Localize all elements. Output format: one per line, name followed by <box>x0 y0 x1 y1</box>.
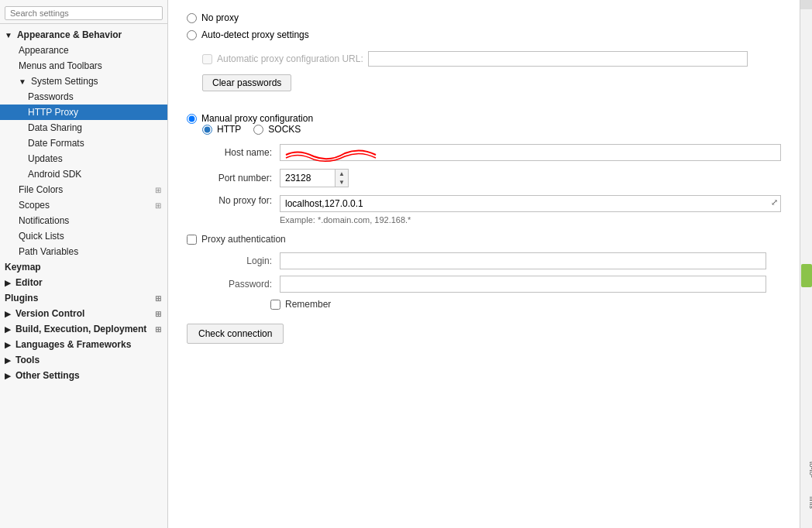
host-name-input-wrap <box>280 144 781 161</box>
check-connection-button[interactable]: Check connection <box>187 324 284 344</box>
chevron-right-icon: ▶ <box>5 279 11 287</box>
no-proxy-for-input[interactable] <box>280 195 781 212</box>
port-input[interactable] <box>280 170 335 186</box>
chevron-right-icon: ▶ <box>5 372 11 380</box>
auto-detect-row: Auto-detect proxy settings <box>187 29 781 40</box>
sidebar-item-file-colors[interactable]: File Colors ⊞ <box>0 182 167 197</box>
http-label[interactable]: HTTP <box>217 124 241 135</box>
chevron-down-icon: ▼ <box>19 77 26 86</box>
clear-passwords-wrap: Clear passwords <box>202 74 781 102</box>
sidebar-item-languages[interactable]: ▶ Languages & Frameworks <box>0 337 167 352</box>
host-name-input[interactable] <box>280 144 781 161</box>
sidebar-item-menus-toolbars[interactable]: Menus and Toolbars <box>0 58 167 74</box>
password-label: Password: <box>202 279 280 290</box>
search-input[interactable] <box>5 6 163 20</box>
proxy-options: No proxy Auto-detect proxy settings <box>187 12 781 40</box>
copy-icon: ⊞ <box>155 294 161 303</box>
auto-config-checkbox[interactable] <box>202 54 212 64</box>
port-input-wrap: ▲ ▼ <box>280 169 349 187</box>
search-bar <box>0 3 167 24</box>
no-proxy-for-label: No proxy for: <box>187 195 280 206</box>
proxy-auth-row: Proxy authentication <box>187 234 781 245</box>
copy-icon: ⊞ <box>155 201 161 210</box>
sidebar-item-appearance-behavior[interactable]: ▼ Appearance & Behavior <box>0 27 167 43</box>
port-spinner: ▲ ▼ <box>335 170 348 187</box>
password-input[interactable] <box>280 276 766 293</box>
copy-icon: ⊞ <box>155 325 161 334</box>
chevron-right-icon: ▶ <box>5 310 11 318</box>
sidebar-item-tools[interactable]: ▶ Tools <box>0 352 167 368</box>
http-protocol-row: HTTP <box>202 124 241 135</box>
chevron-down-icon: ▼ <box>5 31 12 39</box>
sidebar-item-plugins[interactable]: Plugins ⊞ <box>0 290 167 306</box>
sidebar-item-version-control[interactable]: ▶ Version Control ⊞ <box>0 306 167 321</box>
login-input[interactable] <box>280 252 766 269</box>
manual-proxy-label[interactable]: Manual proxy configuration <box>201 113 313 124</box>
sidebar-item-build-execution[interactable]: ▶ Build, Execution, Deployment ⊞ <box>0 321 167 337</box>
remember-checkbox[interactable] <box>270 300 280 310</box>
auto-detect-radio[interactable] <box>187 30 197 40</box>
host-name-row: Host name: <box>187 144 781 161</box>
chevron-right-icon: ▶ <box>5 341 11 349</box>
no-proxy-label[interactable]: No proxy <box>201 12 239 23</box>
auto-config-input[interactable] <box>368 51 748 67</box>
copy-icon: ⊞ <box>155 186 161 194</box>
sidebar-item-date-formats[interactable]: Date Formats <box>0 135 167 151</box>
clear-passwords-button[interactable]: Clear passwords <box>202 74 291 91</box>
sidebar-item-updates[interactable]: Updates <box>0 151 167 166</box>
right-panel: to-to- finis <box>800 0 812 528</box>
no-proxy-for-row: No proxy for: ⤢ <box>187 195 781 212</box>
auto-config-label: Automatic proxy configuration URL: <box>217 53 363 64</box>
proxy-auth-checkbox[interactable] <box>187 235 197 245</box>
port-number-label: Port number: <box>187 173 280 183</box>
proxy-auth-label[interactable]: Proxy authentication <box>201 234 286 245</box>
socks-radio[interactable] <box>253 125 263 135</box>
password-row: Password: <box>202 276 781 293</box>
scrollbar-thumb[interactable] <box>800 0 812 9</box>
sidebar-item-passwords[interactable]: Passwords <box>0 89 167 105</box>
no-proxy-row: No proxy <box>187 12 781 23</box>
no-proxy-radio[interactable] <box>187 13 197 23</box>
port-number-row: Port number: ▲ ▼ <box>187 169 781 187</box>
manual-proxy-radio[interactable] <box>187 114 197 124</box>
sidebar-item-keymap[interactable]: Keymap <box>0 259 167 275</box>
chevron-right-icon: ▶ <box>5 356 11 365</box>
sidebar-item-data-sharing[interactable]: Data Sharing <box>0 120 167 135</box>
port-increment-button[interactable]: ▲ <box>335 170 348 178</box>
socks-label[interactable]: SOCKS <box>268 124 301 135</box>
auto-detect-label[interactable]: Auto-detect proxy settings <box>201 29 309 40</box>
login-label: Login: <box>202 255 280 266</box>
sidebar-item-editor[interactable]: ▶ Editor <box>0 275 167 290</box>
auto-config-row: Automatic proxy configuration URL: <box>202 51 781 67</box>
green-indicator <box>801 264 812 287</box>
sidebar-item-http-proxy[interactable]: HTTP Proxy <box>0 105 167 120</box>
expand-icon[interactable]: ⤢ <box>771 197 778 207</box>
auto-config-block: Automatic proxy configuration URL: <box>202 51 781 67</box>
remember-row: Remember <box>270 299 781 310</box>
example-text: Example: *.domain.com, 192.168.* <box>280 215 781 225</box>
sidebar-item-scopes[interactable]: Scopes ⊞ <box>0 197 167 213</box>
sidebar-item-quick-lists[interactable]: Quick Lists <box>0 228 167 244</box>
copy-icon: ⊞ <box>155 310 161 318</box>
http-radio[interactable] <box>202 125 212 135</box>
protocol-row: HTTP SOCKS <box>202 124 781 135</box>
no-proxy-input-wrap: ⤢ <box>280 195 781 212</box>
chevron-right-icon: ▶ <box>5 325 11 334</box>
panel-label-bottom: finis <box>808 496 812 509</box>
port-decrement-button[interactable]: ▼ <box>335 178 348 187</box>
login-row: Login: <box>202 252 781 269</box>
sidebar-item-notifications[interactable]: Notifications <box>0 213 167 228</box>
panel-label-top: to-to- <box>808 461 812 478</box>
sidebar-item-android-sdk[interactable]: Android SDK <box>0 166 167 182</box>
main-content: No proxy Auto-detect proxy settings Auto… <box>168 0 800 528</box>
sidebar-item-system-settings[interactable]: ▼ System Settings <box>0 74 167 89</box>
sidebar-item-path-variables[interactable]: Path Variables <box>0 244 167 259</box>
remember-label[interactable]: Remember <box>285 299 331 310</box>
settings-sidebar: ▼ Appearance & Behavior Appearance Menus… <box>0 0 168 528</box>
sidebar-item-other-settings[interactable]: ▶ Other Settings <box>0 368 167 383</box>
login-pass-section: Login: Password: <box>202 252 781 293</box>
sidebar-item-appearance[interactable]: Appearance <box>0 43 167 58</box>
manual-proxy-row: Manual proxy configuration <box>187 113 781 124</box>
manual-proxy-section: Manual proxy configuration HTTP SOCKS Ho… <box>187 113 781 344</box>
socks-protocol-row: SOCKS <box>253 124 301 135</box>
